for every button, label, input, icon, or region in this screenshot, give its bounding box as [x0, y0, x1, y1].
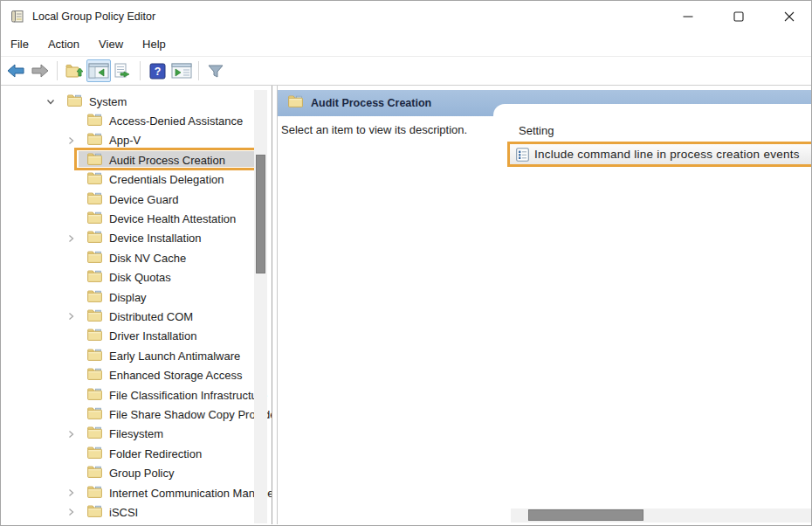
menu-bar: File Action View Help: [1, 32, 811, 57]
tree-expander-icon[interactable]: [64, 271, 78, 285]
folder-icon: [87, 211, 102, 224]
show-console-tree-icon: [88, 63, 109, 79]
folder-icon: [87, 309, 102, 322]
tree-item[interactable]: Device Guard: [1, 190, 272, 209]
tree-item-label: Distributed COM: [109, 310, 193, 323]
maximize-icon: [733, 11, 744, 22]
settings-horizontal-scrollbar[interactable]: [511, 509, 811, 523]
policy-setting-icon: [516, 148, 529, 162]
tree-expander-icon[interactable]: [64, 369, 78, 383]
tree-item[interactable]: iSCSI: [1, 502, 272, 522]
back-button[interactable]: [3, 59, 28, 82]
tree-expander-icon[interactable]: [64, 349, 78, 363]
tree-item[interactable]: Group Policy: [1, 463, 272, 482]
tree-item[interactable]: Credentials Delegation: [1, 170, 272, 190]
help-button[interactable]: ?: [145, 59, 169, 82]
tree-expander-icon[interactable]: [64, 114, 78, 128]
tree-item-label: Access-Denied Assistance: [109, 114, 243, 128]
tree-item-label: Disk Quotas: [109, 271, 171, 284]
up-one-level-button[interactable]: [62, 59, 86, 82]
tree-expander-icon[interactable]: [64, 388, 78, 402]
tree-expander-icon[interactable]: [64, 251, 78, 265]
tree-item[interactable]: System: [1, 92, 272, 111]
minimize-button[interactable]: [668, 1, 708, 32]
tree-expander-icon[interactable]: [64, 329, 78, 343]
tree-item[interactable]: File Share Shadow Copy Provider: [1, 405, 272, 424]
export-list-icon: [114, 63, 133, 79]
menu-action[interactable]: Action: [38, 32, 89, 57]
close-button[interactable]: [769, 1, 809, 32]
folder-icon: [87, 388, 102, 400]
folder-icon: [87, 505, 102, 517]
folder-icon: [87, 329, 102, 341]
folder-icon: [87, 114, 102, 126]
tree-item-label: File Share Shadow Copy Provider: [109, 408, 272, 421]
maximize-button[interactable]: [719, 1, 759, 32]
filter-button[interactable]: [203, 59, 228, 82]
tree-expander-icon[interactable]: [64, 505, 78, 519]
forward-button[interactable]: [28, 59, 52, 82]
details-header-title: Audit Process Creation: [311, 97, 431, 109]
tree-item[interactable]: Disk NV Cache: [1, 248, 272, 267]
tree-expander-icon[interactable]: [64, 290, 78, 304]
tree-item[interactable]: Folder Redirection: [1, 444, 272, 463]
tree-item[interactable]: Early Launch Antimalware: [1, 346, 272, 365]
tree-scrollbar-thumb[interactable]: [256, 155, 265, 273]
tree-expander-icon[interactable]: [64, 446, 78, 460]
tree-expander-icon[interactable]: [64, 212, 78, 226]
tree-item[interactable]: Driver Installation: [1, 327, 272, 346]
tree-item-label: File Classification Infrastructure: [109, 389, 267, 402]
setting-column-header[interactable]: Setting: [519, 124, 554, 137]
tree-item-label: App-V: [109, 134, 141, 147]
tree-item-label: iSCSI: [109, 506, 138, 519]
tree-expander-icon[interactable]: [64, 173, 78, 187]
tree-item-label: Audit Process Creation: [109, 154, 225, 167]
tree-item[interactable]: Device Installation: [1, 229, 272, 248]
menu-file[interactable]: File: [1, 32, 38, 57]
tree-item[interactable]: Access-Denied Assistance: [1, 111, 272, 130]
details-panel: Audit Process Creation Select an item to…: [278, 86, 811, 524]
tree-item[interactable]: Distributed COM: [1, 307, 272, 326]
tree-item[interactable]: Audit Process Creation: [1, 150, 272, 170]
show-action-pane-button[interactable]: [169, 59, 194, 82]
tree-item[interactable]: Device Health Attestation: [1, 209, 272, 228]
tree-item-label: Driver Installation: [109, 329, 196, 343]
tree-item[interactable]: Enhanced Storage Access: [1, 365, 272, 384]
tree-expander-icon[interactable]: [64, 486, 78, 500]
folder-icon: [87, 231, 102, 243]
show-console-tree-button[interactable]: [86, 59, 111, 82]
gpedit-scroll-icon: [10, 9, 25, 24]
folder-icon: [87, 251, 102, 263]
tree-item-label: Device Health Attestation: [109, 212, 236, 225]
tree-expander-icon[interactable]: [64, 134, 78, 148]
settings-scrollbar-thumb[interactable]: [528, 509, 643, 521]
tree-expander-icon[interactable]: [64, 309, 78, 323]
tree-expander-icon[interactable]: [64, 427, 78, 441]
tree-expander-icon[interactable]: [44, 94, 58, 108]
toolbar-separator: [198, 61, 199, 80]
tree-expander-icon[interactable]: [64, 467, 78, 481]
up-one-level-icon: [65, 64, 83, 79]
tree-item[interactable]: Internet Communication Management: [1, 483, 272, 502]
tree-item[interactable]: File Classification Infrastructure: [1, 385, 272, 405]
tree-expander-icon[interactable]: [64, 232, 78, 246]
tree-item[interactable]: Filesystem: [1, 425, 272, 444]
menu-view[interactable]: View: [89, 32, 133, 57]
tree-expander-icon[interactable]: [64, 407, 78, 421]
tree-item[interactable]: Display: [1, 287, 272, 307]
export-list-button[interactable]: [111, 59, 135, 82]
folder-icon: [87, 368, 102, 380]
tree-item-label: Display: [109, 291, 147, 304]
menu-help[interactable]: Help: [133, 32, 175, 57]
console-tree-panel: System Access-Denied Assistance App-V: [1, 86, 272, 524]
folder-icon: [87, 172, 102, 184]
tree-item[interactable]: [1, 523, 272, 524]
toolbar-separator: [140, 61, 141, 80]
folder-icon: [87, 153, 102, 165]
tree-item-label: Group Policy: [109, 467, 174, 480]
setting-item[interactable]: Include command line in process creation…: [507, 142, 811, 167]
tree-vertical-scrollbar[interactable]: [254, 90, 267, 523]
tree-item[interactable]: Disk Quotas: [1, 268, 272, 287]
tree-expander-icon[interactable]: [64, 192, 78, 206]
folder-icon: [87, 270, 102, 282]
